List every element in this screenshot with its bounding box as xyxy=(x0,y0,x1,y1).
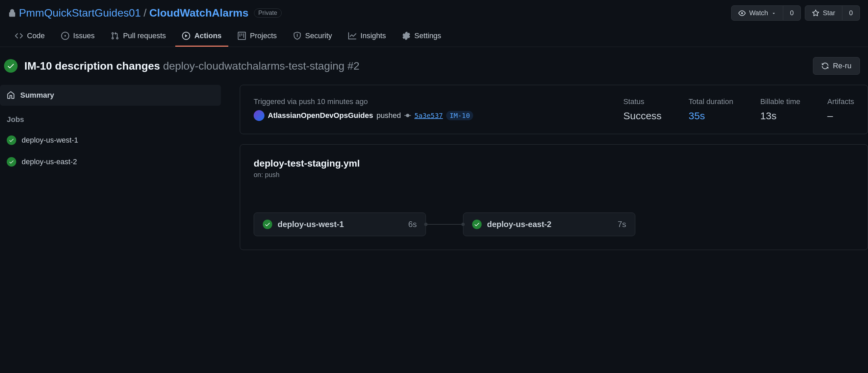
job-card-west[interactable]: deploy-us-west-1 6s xyxy=(254,213,426,236)
tab-settings[interactable]: Settings xyxy=(395,26,448,47)
job-name: deploy-us-west-1 xyxy=(278,220,403,229)
header-actions: Watch 0 Star 0 xyxy=(731,5,860,21)
content-area: Triggered via push 10 minutes ago Atlass… xyxy=(226,85,868,250)
sync-icon xyxy=(821,62,829,70)
shield-icon xyxy=(293,32,301,40)
visibility-badge: Private xyxy=(254,8,282,18)
repo-tabs: Code Issues Pull requests Actions Projec… xyxy=(0,26,868,47)
billable-value: 13s xyxy=(760,110,800,122)
workflow-graph-card: deploy-test-staging.yml on: push deploy-… xyxy=(240,144,868,250)
artifacts-value: – xyxy=(827,110,854,122)
commit-icon xyxy=(404,112,411,119)
project-icon xyxy=(238,32,246,40)
trigger-info: Triggered via push 10 minutes ago Atlass… xyxy=(254,97,623,122)
avatar[interactable] xyxy=(254,110,264,121)
action-text: pushed xyxy=(377,111,401,120)
breadcrumb-separator: / xyxy=(144,7,147,19)
duration-label: Total duration xyxy=(689,97,733,106)
graph-icon xyxy=(348,32,356,40)
job-time: 7s xyxy=(618,220,626,229)
star-button[interactable]: Star xyxy=(805,5,842,21)
job-graph: deploy-us-west-1 6s deploy-us-east-2 7s xyxy=(254,213,854,236)
issue-icon xyxy=(61,32,69,40)
workflow-title: IM-10 description changes deploy-cloudwa… xyxy=(4,59,359,73)
tab-projects-label: Projects xyxy=(250,31,277,40)
stats: Status Success Total duration 35s Billab… xyxy=(623,97,854,122)
tab-pulls[interactable]: Pull requests xyxy=(104,26,173,47)
actor-link[interactable]: AtlassianOpenDevOpsGuides xyxy=(268,111,373,120)
success-check-icon xyxy=(7,135,16,145)
lock-icon xyxy=(8,9,16,17)
trigger-text: Triggered via push 10 minutes ago xyxy=(254,97,623,106)
summary-card: Triggered via push 10 minutes ago Atlass… xyxy=(240,85,868,134)
watch-group: Watch 0 xyxy=(731,5,801,21)
success-check-icon xyxy=(7,157,16,167)
star-icon xyxy=(812,9,819,17)
tab-actions-label: Actions xyxy=(194,31,222,40)
sidebar: Summary Jobs deploy-us-west-1 deploy-us-… xyxy=(0,85,226,250)
workflow-file-name[interactable]: deploy-test-staging.yml xyxy=(254,158,854,169)
eye-icon xyxy=(738,9,746,17)
success-check-icon xyxy=(4,59,18,73)
tab-settings-label: Settings xyxy=(414,31,441,40)
sidebar-job-label: deploy-us-east-2 xyxy=(22,157,77,166)
issue-badge[interactable]: IM-10 xyxy=(446,111,473,120)
code-icon xyxy=(15,32,23,40)
play-circle-icon xyxy=(182,32,190,40)
sidebar-jobs-header: Jobs xyxy=(0,106,221,129)
tab-insights[interactable]: Insights xyxy=(341,26,393,47)
pull-request-icon xyxy=(111,32,119,40)
gear-icon xyxy=(402,32,410,40)
repo-link[interactable]: CloudWatchAlarms xyxy=(149,7,249,19)
stat-artifacts: Artifacts – xyxy=(827,97,854,122)
sidebar-summary-label: Summary xyxy=(20,91,54,100)
repo-header: PmmQuickStartGuides01 / CloudWatchAlarms… xyxy=(0,0,868,26)
owner-link[interactable]: PmmQuickStartGuides01 xyxy=(19,7,141,19)
stat-duration: Total duration 35s xyxy=(689,97,733,122)
tab-projects[interactable]: Projects xyxy=(231,26,283,47)
sidebar-summary[interactable]: Summary xyxy=(0,85,221,106)
rerun-label: Re-ru xyxy=(833,61,851,70)
stat-billable: Billable time 13s xyxy=(760,97,800,122)
tab-issues-label: Issues xyxy=(73,31,95,40)
job-name: deploy-us-east-2 xyxy=(487,220,612,229)
star-count[interactable]: 0 xyxy=(842,5,860,21)
star-label: Star xyxy=(823,9,835,17)
tab-security-label: Security xyxy=(305,31,332,40)
sidebar-job-label: deploy-us-west-1 xyxy=(22,136,78,145)
tab-insights-label: Insights xyxy=(360,31,386,40)
watch-count[interactable]: 0 xyxy=(783,5,801,21)
dropdown-caret-icon xyxy=(771,11,776,16)
tab-pulls-label: Pull requests xyxy=(123,31,166,40)
artifacts-label: Artifacts xyxy=(827,97,854,106)
star-group: Star 0 xyxy=(805,5,860,21)
watch-label: Watch xyxy=(749,9,768,17)
breadcrumb: PmmQuickStartGuides01 / CloudWatchAlarms… xyxy=(8,7,282,19)
commit-title: IM-10 description changes xyxy=(24,60,160,72)
tab-issues[interactable]: Issues xyxy=(54,26,102,47)
workflow-header: IM-10 description changes deploy-cloudwa… xyxy=(0,47,868,85)
success-check-icon xyxy=(263,220,272,229)
workflow-trigger: on: push xyxy=(254,171,854,179)
tab-code-label: Code xyxy=(27,31,45,40)
main-content: Summary Jobs deploy-us-west-1 deploy-us-… xyxy=(0,85,868,250)
sidebar-job-west[interactable]: deploy-us-west-1 xyxy=(0,129,221,151)
tab-code[interactable]: Code xyxy=(8,26,52,47)
watch-button[interactable]: Watch xyxy=(731,5,783,21)
job-card-east[interactable]: deploy-us-east-2 7s xyxy=(463,213,635,236)
home-icon xyxy=(7,91,15,99)
graph-connector xyxy=(426,224,463,225)
duration-value[interactable]: 35s xyxy=(689,110,733,122)
success-check-icon xyxy=(472,220,482,229)
rerun-button[interactable]: Re-ru xyxy=(813,57,860,75)
status-label: Status xyxy=(623,97,661,106)
billable-label: Billable time xyxy=(760,97,800,106)
job-time: 6s xyxy=(408,220,417,229)
sidebar-job-east[interactable]: deploy-us-east-2 xyxy=(0,151,221,173)
tab-security[interactable]: Security xyxy=(286,26,339,47)
stat-status: Status Success xyxy=(623,97,661,122)
tab-actions[interactable]: Actions xyxy=(175,26,228,47)
commit-link[interactable]: 5a3e537 xyxy=(414,111,443,120)
run-title: deploy-cloudwatchalarms-test-staging #2 xyxy=(163,60,360,72)
status-value: Success xyxy=(623,110,661,122)
